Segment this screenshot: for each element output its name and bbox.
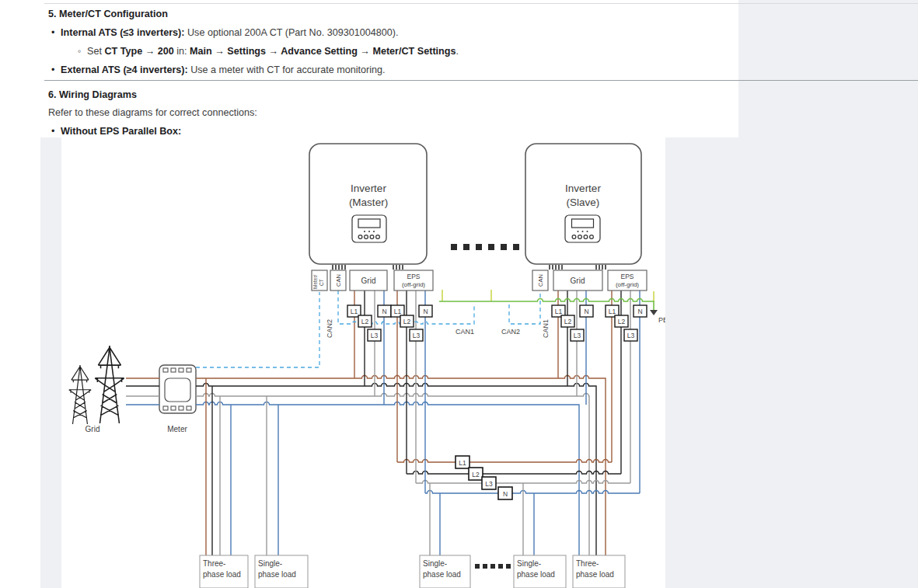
load-box-single-phase-2: Single-phase load	[420, 555, 470, 588]
wiring-diagram-canvas: Grid Meter PE Inverter (Master)	[61, 137, 665, 588]
port-meter-ct-label: Meter/	[312, 274, 318, 289]
port-can-label: CAN	[335, 274, 342, 287]
wire-label-n: N	[580, 305, 593, 317]
svg-text:L2: L2	[472, 471, 480, 478]
port-grid-label: Grid	[571, 277, 585, 285]
bullet-text: Use a meter with CT for accurate monitor…	[188, 64, 386, 75]
bus-wire-l2	[196, 384, 596, 556]
pe-label: PE	[658, 316, 665, 324]
bullet-strong-text: Without EPS Parallel Box:	[61, 126, 181, 137]
svg-text:N: N	[503, 490, 508, 498]
sub-text-strong1: CT Type → 200	[104, 46, 173, 57]
svg-text:phase load: phase load	[258, 570, 296, 579]
bus-wire-l3	[196, 394, 589, 556]
svg-text:Three-: Three-	[203, 559, 225, 568]
svg-text:N: N	[423, 308, 428, 315]
wire-label-n: N	[634, 305, 647, 317]
bus-label-l1: L1	[456, 456, 469, 468]
grid-caption: Grid	[86, 425, 100, 433]
inverter-master-label: Inverter	[351, 183, 386, 194]
svg-text:L3: L3	[413, 332, 421, 339]
svg-text:Three-: Three-	[576, 559, 599, 568]
svg-text:L1: L1	[394, 308, 402, 315]
sub-bullet-icon: ◦	[78, 45, 87, 57]
sub-text-mid: in:	[174, 46, 190, 57]
sub-text-prefix: Set	[87, 46, 104, 57]
can-meter-link	[196, 292, 319, 367]
inverter-master-sublabel: (Master)	[349, 197, 388, 208]
wire-label-l2: L2	[400, 315, 414, 327]
terminal-ticks	[333, 265, 606, 270]
bus-label-l3: L3	[482, 477, 496, 489]
dotted-continuation	[451, 244, 519, 250]
wire-label-n: N	[419, 305, 432, 317]
port-meter-ct-label2: CT	[319, 279, 324, 286]
wire-label-l2: L2	[358, 315, 372, 327]
meter-icon	[159, 365, 196, 413]
wire-label-l3: L3	[368, 329, 381, 341]
sub-bullet-ct-type: ◦Set CT Type → 200 in: Main → Settings →…	[78, 45, 906, 57]
grid-towers-icon	[69, 346, 124, 424]
inverter-slave-label: Inverter	[565, 183, 601, 194]
port-eps-sublabel: (off-grid)	[402, 281, 425, 288]
port-eps-label: EPS	[620, 273, 634, 280]
section-divider	[44, 80, 918, 81]
svg-text:N: N	[382, 308, 386, 315]
bullet-strong-text: Internal ATS (≤3 inverters):	[61, 27, 184, 38]
wiring-diagram: Grid Meter PE Inverter (Master)	[61, 137, 665, 588]
meter-caption: Meter	[167, 425, 187, 433]
svg-text:L1: L1	[351, 308, 358, 315]
svg-text:L3: L3	[485, 480, 493, 488]
svg-text:L2: L2	[403, 318, 411, 325]
svg-text:phase load: phase load	[517, 570, 555, 579]
svg-text:phase load: phase load	[203, 570, 241, 579]
load-box-single-phase-1: Single-phase load	[255, 555, 308, 588]
bullet-internal-ats: •Internal ATS (≤3 inverters): Use option…	[51, 26, 906, 39]
bus-wire-n	[425, 491, 640, 494]
bus-wire-l1	[196, 376, 606, 555]
load-box-three-phase-2: Three-phase load	[573, 555, 625, 588]
section6-heading: 6. Wiring Diagrams	[48, 89, 906, 101]
svg-text:L3: L3	[627, 332, 635, 339]
section6-intro: Refer to these diagrams for correct conn…	[48, 106, 906, 119]
inverter-slave-sublabel: (Slave)	[567, 197, 600, 208]
wire-label-l2: L2	[615, 315, 628, 327]
svg-text:L2: L2	[618, 318, 626, 325]
can1-vertical-label: CAN1	[542, 319, 550, 338]
port-grid-label: Grid	[361, 277, 376, 285]
can1-label: CAN1	[456, 328, 474, 336]
bus-label-n: N	[498, 487, 512, 499]
wire-label-l3: L3	[410, 329, 423, 341]
bullet-strong-text: External ATS (≥4 inverters):	[61, 64, 188, 75]
can2-vertical-label: CAN2	[326, 319, 333, 338]
can2-label: CAN2	[501, 328, 520, 336]
sub-text-suffix: .	[456, 46, 459, 57]
svg-text:L1: L1	[555, 308, 563, 315]
bullet-icon: •	[51, 125, 61, 137]
pe-ground-icon	[650, 310, 658, 315]
svg-text:Single-: Single-	[258, 559, 282, 568]
can2-link	[509, 291, 540, 324]
load-box-single-phase-3: Single-phase load	[514, 555, 566, 588]
port-eps-label: EPS	[407, 273, 420, 280]
wire-label-l3: L3	[571, 329, 584, 341]
wire-label-n: N	[378, 305, 391, 317]
port-eps-sublabel: (off-grid)	[616, 281, 639, 288]
sub-text-strong2: Main → Settings → Advance Setting → Mete…	[190, 46, 456, 57]
bullet-without-eps: •Without EPS Parallel Box:	[51, 125, 906, 137]
bullet-external-ats: •External ATS (≥4 inverters): Use a mete…	[51, 64, 906, 76]
svg-text:L1: L1	[609, 308, 616, 315]
svg-text:phase load: phase load	[576, 570, 614, 579]
svg-text:L2: L2	[361, 318, 369, 325]
svg-text:L2: L2	[564, 318, 572, 325]
bullet-icon: •	[51, 26, 61, 39]
port-can-label: CAN	[537, 274, 544, 287]
wire-label-l2: L2	[561, 315, 574, 327]
section5-heading: 5. Meter/CT Configuration	[48, 8, 906, 20]
bus-label-l2: L2	[469, 468, 483, 480]
dotted-continuation	[475, 564, 511, 569]
svg-text:L1: L1	[459, 459, 466, 467]
bullet-text: Use optional 200A CT (Part No. 309301004…	[184, 27, 398, 38]
svg-text:Single-: Single-	[517, 559, 541, 568]
svg-text:Single-: Single-	[423, 559, 447, 568]
